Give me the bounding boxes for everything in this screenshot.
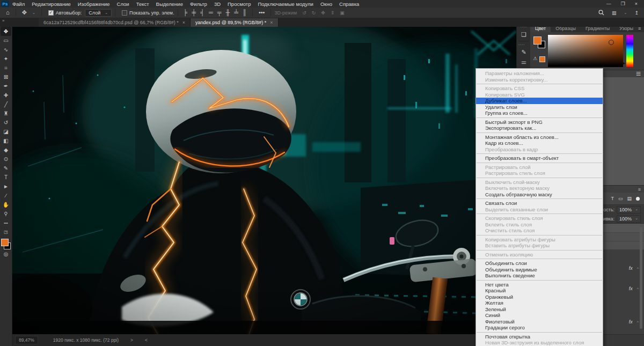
line-tool[interactable]: ∕ xyxy=(1,191,11,200)
more-options-icon[interactable]: ••• xyxy=(256,10,268,16)
document-canvas[interactable] xyxy=(12,27,516,334)
brushes-panel-icon[interactable]: ✎ xyxy=(518,49,529,56)
menubar-item[interactable]: 3D xyxy=(214,1,221,7)
context-menu-item[interactable]: Монтажная область из слоев... xyxy=(476,134,603,141)
edit-toolbar-icon[interactable]: ••• xyxy=(1,218,11,227)
close-button[interactable]: × xyxy=(635,1,638,6)
menubar-item[interactable]: Просмотр xyxy=(228,1,251,7)
lasso-tool[interactable]: ∿ xyxy=(1,45,11,54)
menubar-item[interactable]: Окно xyxy=(320,1,332,7)
layer-fx-badge[interactable]: fx^ xyxy=(629,286,639,291)
layers-panel-menu-icon[interactable]: ≡ xyxy=(638,187,641,192)
menubar-item[interactable]: Фильтр xyxy=(190,1,207,7)
eyedropper-tool[interactable]: ✒ xyxy=(1,82,11,91)
default-colors-icon[interactable]: ◳ xyxy=(1,227,11,237)
menubar-item[interactable]: Подключаемые модули xyxy=(258,1,313,7)
workspace-icon[interactable]: ▥ xyxy=(612,10,617,16)
filter-type-icon[interactable]: T xyxy=(611,196,614,201)
context-menu-item[interactable]: Синий xyxy=(476,312,603,319)
layer-fx-badge[interactable]: fx^ xyxy=(629,266,639,271)
move-tool-icon[interactable]: ✥ xyxy=(19,10,30,16)
foreground-color-swatch[interactable] xyxy=(1,239,9,246)
context-menu-item[interactable]: Оранжевый xyxy=(476,294,603,300)
menubar-item[interactable]: Изображение xyxy=(78,1,110,7)
pen-tool[interactable]: ✎ xyxy=(1,164,11,173)
context-menu-item[interactable]: Нет цвета xyxy=(476,282,603,288)
autoselect-checkbox[interactable]: ✓ xyxy=(48,10,54,16)
menubar-item[interactable]: Файл xyxy=(12,1,25,7)
share-icon[interactable]: ↥ xyxy=(634,10,639,16)
align-bottom-icon[interactable]: ╧ xyxy=(232,10,240,16)
path-select-tool[interactable]: ► xyxy=(1,182,11,191)
restore-button[interactable]: ❐ xyxy=(621,1,625,6)
menubar-item[interactable]: Выделение xyxy=(156,1,183,7)
healing-brush-tool[interactable]: ✚ xyxy=(1,91,11,100)
search-icon[interactable] xyxy=(598,10,604,16)
quick-mask-icon[interactable]: ◎ xyxy=(1,249,11,259)
status-prev-icon[interactable]: < xyxy=(145,337,148,343)
foreground-swatch[interactable] xyxy=(533,36,541,45)
gradient-tool[interactable]: ◧ xyxy=(1,136,11,145)
hue-slider-arrow[interactable]: ▶ xyxy=(623,61,625,65)
context-menu-item[interactable]: Создать обтравочную маску xyxy=(476,192,603,198)
menubar-item[interactable]: Текст xyxy=(136,1,149,7)
gamut-warning-icon[interactable]: ⚠ xyxy=(533,56,537,61)
context-menu-item[interactable]: Желтая xyxy=(476,300,603,306)
hand-tool[interactable]: ✋ xyxy=(1,200,11,209)
distribute-v-icon[interactable]: ║ xyxy=(240,10,249,16)
tab-close-icon[interactable]: × xyxy=(270,20,273,25)
clone-stamp-tool[interactable]: ♜ xyxy=(1,109,11,118)
align-middle-icon[interactable]: ╫ xyxy=(224,10,232,16)
marquee-tool[interactable]: ▭ xyxy=(1,36,11,45)
context-menu-item[interactable]: Красный xyxy=(476,288,603,294)
gamut-warning-swatch[interactable] xyxy=(539,56,545,62)
chevron-down-icon[interactable]: ⌄ xyxy=(30,11,38,14)
context-menu-item[interactable]: Экспортировать как... xyxy=(476,125,603,131)
context-menu-item[interactable]: Зеленый xyxy=(476,306,603,313)
home-icon[interactable]: ⌂ xyxy=(3,10,12,16)
history-brush-tool[interactable]: ↺ xyxy=(1,118,11,127)
autoselect-target-dropdown[interactable]: Слой ⌄ xyxy=(85,9,112,17)
blur-tool[interactable]: ◆ xyxy=(1,145,11,154)
context-menu-item[interactable]: Связать слои xyxy=(476,200,603,207)
zoom-tool[interactable]: ⚲ xyxy=(1,209,11,218)
dodge-tool[interactable]: ⊙ xyxy=(1,154,11,164)
move-tool[interactable]: ✥ xyxy=(1,27,11,36)
context-menu-item[interactable]: Объединить видимые xyxy=(476,267,603,273)
eraser-tool[interactable]: ◪ xyxy=(1,127,11,136)
context-menu-item[interactable]: Дубликат слоев... xyxy=(476,98,603,104)
context-menu-item[interactable]: Выполнить сведение xyxy=(476,273,603,279)
context-menu-item[interactable]: Удалить слои xyxy=(476,104,603,111)
zoom-level[interactable]: 89,47% xyxy=(15,336,38,344)
distribute-h-icon[interactable]: ═ xyxy=(207,10,215,16)
hue-strip[interactable] xyxy=(626,35,633,67)
type-tool[interactable]: T xyxy=(1,173,11,182)
align-center-h-icon[interactable]: ╪ xyxy=(189,10,198,16)
align-top-icon[interactable]: ╤ xyxy=(215,10,224,16)
layers-scrollbar[interactable] xyxy=(640,227,642,329)
tab-close-icon[interactable]: × xyxy=(182,20,185,25)
color-swatches[interactable] xyxy=(1,239,11,249)
menubar-item[interactable]: Справка xyxy=(339,1,359,7)
layer-fx-badge[interactable]: fx^ xyxy=(629,319,639,325)
saturation-brightness-field[interactable] xyxy=(548,35,623,67)
context-menu-item[interactable]: Фиолетовый xyxy=(476,319,603,325)
filter-shape-icon[interactable]: ▭ xyxy=(618,196,623,201)
context-menu-item[interactable]: Почтовая открытка xyxy=(476,334,603,340)
menubar-item[interactable]: Редактирование xyxy=(32,1,70,7)
crop-tool[interactable]: ⌗ xyxy=(1,63,11,72)
show-controls-checkbox[interactable] xyxy=(122,10,127,16)
frame-tool[interactable]: ⊠ xyxy=(1,72,11,82)
context-menu-item[interactable]: Группа из слоев... xyxy=(476,110,603,116)
context-menu-item[interactable]: Градации серого xyxy=(476,325,603,331)
context-menu-item[interactable]: Объединить слои xyxy=(476,260,603,267)
brush-tool[interactable]: ╱ xyxy=(1,100,11,109)
tool-presets-panel-icon[interactable]: ⚌ xyxy=(518,58,529,65)
align-right-icon[interactable]: ╞ xyxy=(198,10,207,16)
toolbar-collapse-icon[interactable]: » xyxy=(0,18,39,27)
magic-wand-tool[interactable]: ✦ xyxy=(1,54,11,63)
filter-layer-icon[interactable]: ▤ xyxy=(627,196,632,201)
fill-value[interactable]: 100% ⌄ xyxy=(617,215,641,223)
context-menu-item[interactable]: Кадр из слоев... xyxy=(476,140,603,146)
menubar-item[interactable]: Слои xyxy=(117,1,129,7)
